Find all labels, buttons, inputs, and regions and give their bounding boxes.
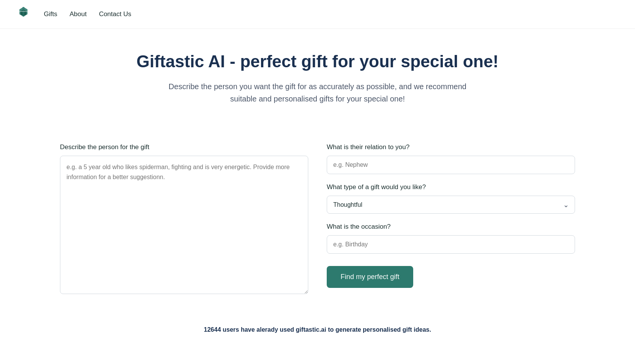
gift-type-wrapper: Thoughtful Fun Practical Creative Luxury… [327, 196, 575, 214]
hero-section: Giftastic AI - perfect gift for your spe… [0, 29, 635, 120]
gift-type-select[interactable]: Thoughtful Fun Practical Creative Luxury [327, 196, 575, 214]
relation-input[interactable] [327, 156, 575, 174]
hero-subtitle: Describe the person you want the gift fo… [164, 80, 471, 105]
main-form: Describe the person for the gift What is… [29, 120, 606, 319]
occasion-input[interactable] [327, 235, 575, 254]
relation-field-group: What is their relation to you? [327, 143, 575, 174]
logo[interactable] [15, 6, 32, 22]
form-left-panel: Describe the person for the gift [60, 143, 308, 296]
navbar: Gifts About Contact Us [0, 0, 635, 29]
describe-label: Describe the person for the gift [60, 143, 308, 151]
svg-rect-3 [20, 11, 28, 12]
gift-type-label: What type of a gift would you like? [327, 183, 575, 191]
relation-label: What is their relation to you? [327, 143, 575, 151]
footer-note: 12644 users have alerady used giftastic.… [0, 319, 635, 349]
nav-links: Gifts About Contact Us [44, 10, 131, 18]
gift-type-field-group: What type of a gift would you like? Thou… [327, 183, 575, 214]
nav-about[interactable]: About [70, 10, 86, 18]
form-right-panel: What is their relation to you? What type… [327, 143, 575, 296]
occasion-field-group: What is the occasion? [327, 223, 575, 254]
nav-gifts[interactable]: Gifts [44, 10, 57, 18]
describe-textarea[interactable] [60, 156, 308, 294]
nav-contact[interactable]: Contact Us [99, 10, 131, 18]
occasion-label: What is the occasion? [327, 223, 575, 231]
page-title: Giftastic AI - perfect gift for your spe… [15, 52, 620, 71]
find-gift-button[interactable]: Find my perfect gift [327, 266, 413, 288]
